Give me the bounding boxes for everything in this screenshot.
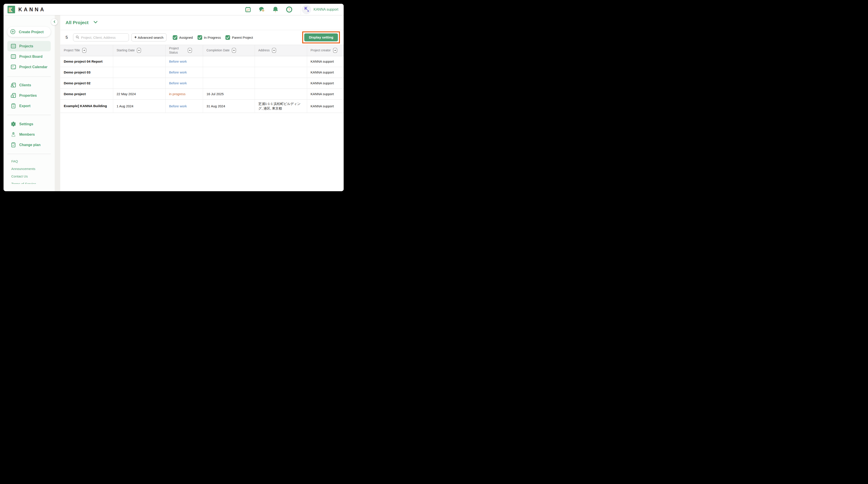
sort-button[interactable] (272, 48, 276, 53)
starting-date-cell (113, 56, 165, 67)
svg-text:?: ? (288, 8, 290, 11)
footer-link-terms-of-service[interactable]: Terms of Service (11, 180, 51, 184)
project-status-link[interactable]: in progress (169, 92, 186, 96)
table-row[interactable]: Demo project 02Before workKANNA support (60, 78, 344, 89)
completion-date-cell: 31 Aug 2024 (203, 99, 255, 113)
project-creator-cell: KANNA support (307, 67, 344, 78)
column-header-completion-date: Completion Date (203, 45, 255, 56)
sidebar-item-label: Clients (19, 83, 31, 87)
notification-bell-icon[interactable] (272, 6, 279, 13)
project-status-link[interactable]: Before work (169, 81, 187, 85)
help-icon[interactable]: ? (286, 6, 292, 13)
filter-label: Assigned (179, 36, 193, 39)
column-header-project-title: Project Title (60, 45, 113, 56)
create-project-button[interactable]: Create Project (7, 27, 51, 37)
column-header-label: Starting Date (117, 48, 135, 53)
sidebar-item-project-board[interactable]: Project Board (7, 51, 51, 62)
sidebar-item-label: Project Board (19, 55, 42, 59)
project-creator-cell: KANNA support (307, 89, 344, 99)
filter-parent-project[interactable]: Parent Project (225, 35, 253, 40)
top-bar: KANNA ? K s KANNA support (4, 4, 344, 15)
project-title-cell: Demo project 03 (60, 67, 113, 78)
properties-icon (10, 93, 17, 98)
projects-icon (10, 43, 17, 49)
address-cell (255, 78, 307, 89)
table-row[interactable]: Demo project 04 ReportBefore workKANNA s… (60, 56, 344, 67)
topbar-divider (301, 4, 301, 15)
chat-icon[interactable] (258, 6, 265, 13)
address-cell (255, 56, 307, 67)
search-icon (75, 35, 79, 40)
sort-button[interactable] (188, 48, 192, 53)
project-view-selector[interactable]: All Project (66, 20, 98, 25)
settings-icon (10, 121, 17, 127)
calendar-icon[interactable] (245, 6, 251, 13)
project-title-cell: Demo project 02 (60, 78, 113, 89)
filter-label: In Progress (204, 36, 221, 39)
sidebar-nav-group-3: SettingsMembersChange plan (7, 119, 51, 150)
sidebar-nav-group-1: ProjectsProject BoardProject Calendar (7, 41, 51, 72)
advanced-search-button[interactable]: + Advanced search (131, 33, 166, 41)
sidebar-item-label: Properties (19, 94, 37, 98)
filter-in-progress[interactable]: In Progress (197, 35, 221, 40)
advanced-search-label: Advanced search (138, 36, 163, 39)
project-status-link[interactable]: Before work (169, 104, 187, 108)
sidebar-nav-group-2: ClientsPropertiesExport (7, 80, 51, 111)
sidebar: Create Project ProjectsProject BoardProj… (4, 15, 55, 191)
table-row[interactable]: Example] KANNA Building1 Aug 2024Before … (60, 99, 344, 113)
project-status-cell: Before work (165, 78, 203, 89)
footer-link-announcements[interactable]: Announcements (11, 165, 51, 173)
checkbox-checked-icon[interactable] (225, 35, 230, 40)
chevron-down-icon (93, 21, 98, 25)
user-avatar[interactable]: K s (302, 5, 311, 14)
column-header-label: Project creator (311, 48, 331, 53)
sidebar-item-properties[interactable]: Properties (7, 90, 51, 101)
column-header-label: Project Title (64, 48, 80, 53)
sidebar-item-export[interactable]: Export (7, 101, 51, 111)
completion-date-cell (203, 56, 255, 67)
completion-date-cell: 16 Jul 2025 (203, 89, 255, 99)
sidebar-item-settings[interactable]: Settings (7, 119, 51, 129)
display-setting-button[interactable]: Display setting (304, 33, 338, 41)
user-name[interactable]: KANNA support (314, 4, 338, 15)
sidebar-item-project-calendar[interactable]: Project Calendar (7, 62, 51, 72)
project-status-link[interactable]: Before work (169, 60, 187, 63)
table-row[interactable]: Demo project22 May 2024in progress16 Jul… (60, 89, 344, 99)
plus-icon: + (134, 35, 137, 40)
column-header-label: Address (258, 48, 270, 53)
checkbox-checked-icon[interactable] (173, 35, 177, 40)
avatar-initial-small: s (307, 9, 309, 12)
export-icon (10, 103, 17, 109)
chevron-left-icon (53, 20, 56, 24)
sidebar-item-projects[interactable]: Projects (7, 41, 51, 51)
starting-date-cell (113, 67, 165, 78)
kanna-logo[interactable]: KANNA (7, 6, 45, 13)
create-project-label: Create Project (19, 30, 43, 34)
completion-date-cell (203, 67, 255, 78)
sidebar-item-members[interactable]: Members (7, 129, 51, 140)
sidebar-collapse-button[interactable] (51, 19, 58, 25)
footer-link-contact-us[interactable]: Contact Us (11, 173, 51, 180)
project-status-cell: Before work (165, 99, 203, 113)
checkbox-checked-icon[interactable] (197, 35, 202, 40)
sidebar-item-change-plan[interactable]: Change plan (7, 140, 51, 150)
project-status-cell: in progress (165, 89, 203, 99)
starting-date-cell: 22 May 2024 (113, 89, 165, 99)
filter-label: Parent Project (232, 36, 253, 39)
sort-button[interactable] (232, 48, 236, 53)
search-input[interactable] (81, 36, 126, 39)
filter-assigned[interactable]: Assigned (173, 35, 193, 40)
sort-button[interactable] (82, 48, 86, 53)
projects-table-wrap: Project TitleStarting DateProject Status… (60, 45, 344, 113)
clients-icon (10, 82, 17, 88)
plus-circle-icon (10, 29, 16, 35)
sort-button[interactable] (137, 48, 141, 53)
sidebar-item-clients[interactable]: Clients (7, 80, 51, 90)
result-count: 5 (66, 35, 68, 40)
column-header-label: Completion Date (207, 48, 229, 53)
table-row[interactable]: Demo project 03Before workKANNA support (60, 67, 344, 78)
project-status-link[interactable]: Before work (169, 70, 187, 74)
sort-button[interactable] (333, 48, 337, 53)
column-header-address: Address (255, 45, 307, 56)
footer-link-faq[interactable]: FAQ (11, 158, 51, 165)
